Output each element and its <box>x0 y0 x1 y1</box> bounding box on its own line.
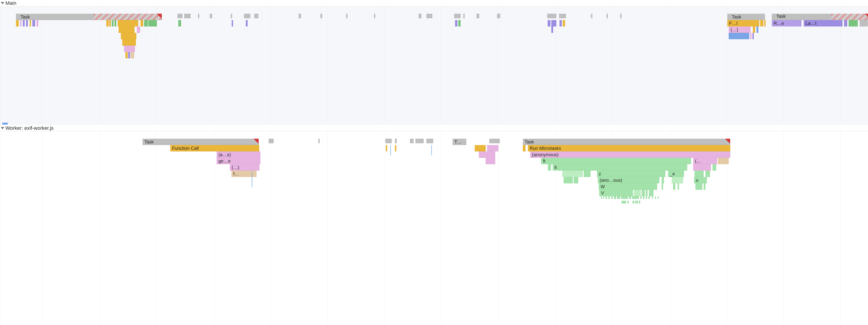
flame-bar--e[interactable]: _e <box>668 171 684 177</box>
flame-bar[interactable] <box>20 20 22 26</box>
flame-bar[interactable] <box>374 14 375 18</box>
flame-bar[interactable] <box>753 26 755 33</box>
flame-bar[interactable] <box>523 145 526 151</box>
flame-bar[interactable] <box>454 14 461 18</box>
flame-bar-ge-e[interactable]: ge…e <box>217 158 260 164</box>
flame-bar[interactable] <box>606 196 607 199</box>
flame-bar[interactable] <box>662 177 664 183</box>
flame-bar[interactable] <box>551 20 556 26</box>
flame-bar[interactable] <box>657 196 658 199</box>
flame-bar[interactable] <box>497 14 500 18</box>
flame-bar[interactable] <box>475 145 486 151</box>
flame-bar[interactable] <box>718 158 729 164</box>
flame-bar[interactable] <box>32 20 35 26</box>
flame-bar[interactable] <box>144 20 148 26</box>
flame-bar[interactable] <box>299 14 301 18</box>
flame-bar-la-t[interactable]: La…t <box>804 20 842 26</box>
flame-bar[interactable] <box>244 14 250 18</box>
flame-bar[interactable] <box>489 139 500 143</box>
flame-bar--a-s-[interactable]: (a…s) <box>217 151 260 158</box>
worker-disclosure-icon[interactable] <box>1 127 4 129</box>
flame-bar[interactable] <box>649 190 653 196</box>
flame-bar[interactable] <box>617 196 620 199</box>
flame-bar-function-call[interactable]: Function Call <box>170 145 259 151</box>
flame-bar[interactable] <box>729 33 749 39</box>
flame-bar[interactable] <box>646 190 648 196</box>
task-bar[interactable] <box>93 14 162 20</box>
flame-bar[interactable] <box>254 14 258 18</box>
flame-bar[interactable] <box>122 39 136 46</box>
flame-bar[interactable] <box>551 26 553 33</box>
flame-bar[interactable] <box>639 201 640 203</box>
flame-bar[interactable] <box>346 14 347 18</box>
flame-bar[interactable] <box>320 14 322 18</box>
flame-bar[interactable] <box>756 26 758 33</box>
flame-bar-ft[interactable]: ft <box>541 158 691 164</box>
flame-bar[interactable] <box>486 158 495 164</box>
flame-bar[interactable] <box>184 14 191 18</box>
flame-bar[interactable] <box>860 20 868 26</box>
flame-bar[interactable] <box>646 196 647 199</box>
flame-bar[interactable] <box>559 14 566 18</box>
flame-bar[interactable] <box>112 20 114 26</box>
flame-bar[interactable] <box>36 20 38 26</box>
flame-bar[interactable] <box>673 183 675 190</box>
flame-bar[interactable] <box>629 196 631 199</box>
flame-bar[interactable] <box>26 20 28 26</box>
flame-bar[interactable] <box>614 196 616 199</box>
flame-bar[interactable] <box>178 20 181 26</box>
task-bar[interactable]: Task <box>143 139 259 145</box>
flame-bar[interactable] <box>128 52 130 58</box>
flame-bar[interactable] <box>672 177 683 183</box>
flame-bar[interactable] <box>548 20 550 26</box>
flame-bar[interactable] <box>458 20 461 26</box>
flame-bar[interactable] <box>119 26 134 33</box>
flame-bar[interactable] <box>547 14 556 18</box>
flame-bar[interactable] <box>137 26 140 33</box>
flame-bar--[interactable]: (…) <box>729 26 751 33</box>
flame-bar-v[interactable]: V <box>599 190 633 196</box>
flame-bar[interactable] <box>130 52 134 58</box>
flame-bar-lt[interactable]: lt <box>553 164 687 171</box>
flame-bar[interactable] <box>418 14 421 18</box>
flame-bar[interactable] <box>395 139 397 143</box>
flame-bar[interactable] <box>695 183 702 190</box>
flame-bar[interactable] <box>607 14 608 18</box>
flame-bar[interactable] <box>198 14 199 18</box>
flame-bar[interactable] <box>118 20 138 26</box>
main-track-header[interactable]: Main <box>0 0 868 6</box>
flame-bar--[interactable]: (… <box>693 158 717 164</box>
flame-bar[interactable] <box>603 196 604 199</box>
flame-bar-r-e[interactable]: R…e <box>772 20 801 26</box>
flame-bar[interactable] <box>415 139 424 143</box>
flame-bar[interactable] <box>693 164 711 171</box>
flame-bar[interactable] <box>125 52 128 58</box>
flame-bar-w[interactable]: W <box>599 183 657 190</box>
worker-track-header[interactable]: Worker: exif-worker.js <box>0 125 868 131</box>
flame-bar[interactable] <box>678 183 679 190</box>
flame-bar[interactable] <box>713 164 716 171</box>
flame-bar[interactable] <box>124 46 135 52</box>
flame-bar[interactable] <box>548 164 551 171</box>
flame-bar[interactable] <box>426 139 433 143</box>
flame-bar[interactable] <box>632 196 639 199</box>
flame-bar[interactable] <box>16 20 19 26</box>
task-bar[interactable]: Task <box>772 14 868 20</box>
flame-bar[interactable] <box>627 201 629 203</box>
flame-bar[interactable] <box>231 20 233 26</box>
flame-bar[interactable] <box>611 196 612 199</box>
main-flame-canvas[interactable]: TaskTaskTaskF…lR…eLa…t(…) <box>0 6 868 125</box>
flame-bar[interactable] <box>479 151 495 158</box>
flame-bar[interactable] <box>115 20 116 26</box>
worker-flame-canvas[interactable]: TaskT…TaskFunction CallRun Microtasks(a…… <box>0 131 868 325</box>
flame-bar[interactable] <box>562 171 583 177</box>
flame-bar[interactable] <box>106 20 108 26</box>
flame-bar[interactable] <box>620 14 622 18</box>
flame-bar[interactable] <box>426 14 432 18</box>
flame-bar[interactable] <box>750 33 751 39</box>
flame-bar-o[interactable]: o <box>694 177 707 183</box>
flame-bar-f-[interactable]: f… <box>231 171 256 177</box>
flame-bar[interactable] <box>121 33 136 39</box>
flame-bar[interactable] <box>694 171 704 177</box>
flame-bar[interactable] <box>231 14 232 18</box>
